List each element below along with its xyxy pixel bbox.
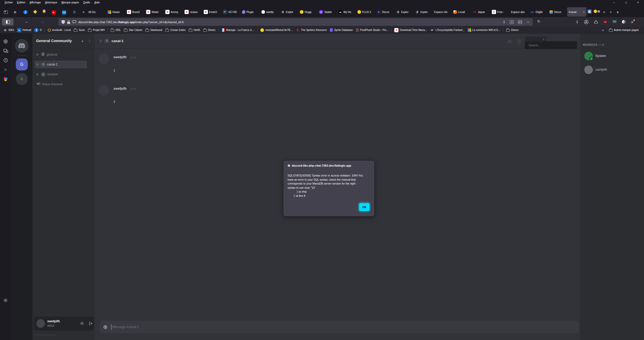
menu-outils[interactable]: Outils — [81, 1, 92, 4]
bookmark-lencyclopédiefantast[interactable]: EFL'Encyclopédie Fantast... — [429, 28, 466, 32]
tab-appar[interactable]: SLAppar — [471, 7, 490, 17]
darkreader-icon[interactable] — [622, 20, 626, 24]
bot-extension-icon[interactable] — [613, 20, 616, 24]
pinned-tab-youtube[interactable]: ▶ — [52, 9, 56, 15]
extensions-puzzle-icon[interactable] — [594, 20, 598, 24]
sidebar-settings-button[interactable] — [0, 298, 11, 303]
attach-plus-icon[interactable]: ⊕ — [103, 324, 108, 330]
sidebar-tool-openai-icon[interactable] — [3, 39, 8, 44]
bookmark-starbound[interactable]: Starbound — [144, 28, 164, 32]
tab-niciara[interactable]: ♥niciara — [183, 7, 202, 17]
bookmark-divers[interactable]: Divers — [505, 28, 520, 32]
tab-discor[interactable]: Discor — [548, 7, 567, 17]
save-page-icon[interactable]: ↧ — [503, 20, 505, 24]
tab-#canal-[interactable]: #canal-× — [567, 7, 586, 17]
menu-fichier[interactable]: Fichier — [3, 1, 15, 4]
tab-locati[interactable]: Locati — [452, 7, 471, 17]
search-filter-select[interactable]: ∨ — [525, 37, 546, 42]
translate-icon[interactable]: A — [510, 20, 514, 24]
pinned-tab-diamond[interactable] — [34, 10, 37, 14]
bookmark-invokeai-local[interactable]: InvokeAI - Local — [46, 29, 72, 32]
tab-espaceabo[interactable]: Espace abo — [510, 7, 529, 17]
pinned-tab-synology[interactable]: D — [72, 10, 77, 14]
favicon-tab-heart-eyes-kb[interactable] — [594, 9, 600, 15]
tab-espaceclie[interactable]: Espace clie — [433, 7, 452, 17]
member-swefpifh[interactable]: swefpifh — [580, 66, 644, 76]
tab-explor[interactable]: Explor — [413, 7, 433, 17]
app-menu-icon[interactable]: ≡ — [631, 20, 633, 24]
downloads-icon[interactable]: ↧ — [576, 20, 579, 24]
sidebar-tool-star-icon[interactable]: ☆ — [3, 67, 8, 72]
tab-explor[interactable]: Explor — [279, 7, 298, 17]
back-button[interactable]: ← — [25, 19, 29, 24]
pinned-tab-globe[interactable]: ⊕ — [13, 10, 17, 14]
pinned-tab-pixelchar[interactable] — [43, 10, 45, 14]
member-system[interactable]: System — [580, 52, 644, 62]
tab-scire[interactable]: PSCI RE — [221, 7, 241, 17]
tab-alister[interactable]: ♥Alister — [145, 7, 164, 17]
pin-button[interactable] — [517, 39, 521, 45]
tab-swefpi[interactable]: swefpi — [260, 7, 279, 17]
tab-eligibi[interactable]: adnEligibi — [529, 7, 548, 17]
ok-button[interactable]: OK — [359, 203, 370, 211]
tab-huggi[interactable]: Huggi — [298, 7, 317, 17]
bookmark-autres-marque-pages[interactable]: Autres marque-pages — [607, 28, 640, 32]
url-bar[interactable]: discord-like-php-chat-7262.dev.flatlogic… — [58, 18, 533, 26]
bookmark-star-icon[interactable]: ☆ — [526, 20, 530, 24]
bookmark-ddl[interactable]: DDL — [109, 28, 122, 32]
tab-list-dropdown-icon[interactable]: ∨ — [614, 10, 621, 14]
tab-flux2[interactable]: FLUX.2 — [356, 7, 375, 17]
bookmarks-overflow-icon[interactable]: » — [602, 28, 604, 32]
bookmark-divers[interactable]: Divers — [202, 28, 217, 32]
reload-button[interactable]: ↻ — [537, 19, 540, 23]
bookmark-spritedatabase[interactable]: Sprite Database — [328, 28, 354, 32]
menu-affichage[interactable]: Affichage — [28, 1, 43, 4]
bookmark-thespritersresource[interactable]: SThe Spriters Resource — [294, 28, 328, 32]
tab-bruni2[interactable]: ♥Bruni2 — [125, 7, 145, 17]
bookmark-downloadtimemana[interactable]: ♥Download Time Mana... — [393, 28, 429, 32]
bookmark-d[interactable]: fD — [33, 28, 43, 32]
close-button[interactable]: × — [632, 0, 644, 5]
tab-explor[interactable]: Explor — [394, 7, 413, 17]
add-channel-icon[interactable]: + — [81, 39, 84, 43]
close-tab-icon[interactable]: × — [583, 10, 585, 14]
menu-historique[interactable]: Historique — [43, 1, 59, 4]
message-input[interactable] — [112, 325, 576, 329]
menu-marque-pages[interactable]: Marque-pages — [59, 1, 81, 4]
pinned-tab-facebook[interactable]: f — [23, 10, 28, 14]
bookmark-hotmail[interactable]: oHotmail — [16, 28, 33, 32]
sidebar-tool-devices-icon[interactable] — [3, 49, 8, 53]
bookmark-laconnexionwifiete[interactable]: La connexion Wifi et E... — [466, 28, 502, 32]
server-menu-icon[interactable]: ⋮ — [88, 39, 91, 43]
account-icon[interactable] — [584, 20, 588, 24]
logout-button[interactable] — [89, 322, 93, 326]
bookmark-projetwh[interactable]: Projet WH — [86, 28, 106, 32]
forward-button[interactable]: → — [40, 19, 44, 24]
ublock-icon[interactable]: uO — [603, 20, 607, 24]
menu-édition[interactable]: Édition — [15, 1, 28, 4]
server-icon-g[interactable]: G — [16, 58, 28, 70]
add-server-button[interactable]: + — [16, 73, 28, 85]
channel-canal-1[interactable]: #?canal-1 — [35, 61, 87, 68]
favicon-tab-smiley-blue[interactable] — [587, 9, 592, 15]
tab-discor[interactable]: Discor — [375, 7, 394, 17]
tab-stable[interactable]: SStable — [317, 7, 337, 17]
bookmark-conanexiles[interactable]: Conan Exiles — [164, 28, 187, 32]
maximize-button[interactable]: □ — [620, 0, 632, 5]
bookmark-mariage-lafrance[interactable]: Mariage - La France à ... — [220, 28, 256, 32]
scroll-tabs-left-icon[interactable]: < — [80, 10, 87, 14]
members-toggle-button[interactable] — [506, 40, 512, 45]
tab-allsiz[interactable]: All Siz — [87, 7, 106, 17]
server-header[interactable]: General Community + ⋮ — [32, 34, 95, 48]
tab-aromy[interactable]: ♥Aromy — [164, 7, 183, 17]
tab-myha[interactable]: ☁My Ha — [337, 7, 356, 17]
pinned-tab-dsm[interactable]: DSM — [62, 9, 66, 15]
search-input[interactable] — [525, 41, 577, 49]
firefox-view-button[interactable] — [2, 10, 9, 14]
tab-plugin[interactable]: Plugin — [241, 7, 260, 17]
tab-emieo[interactable]: ♥EmieO — [202, 7, 221, 17]
minimize-button[interactable]: – — [608, 0, 620, 5]
tab-free[interactable]: fFree : — [490, 7, 510, 17]
channel-random[interactable]: #irandom — [35, 70, 87, 78]
channel-voice-general[interactable]: Voice General — [35, 80, 87, 88]
